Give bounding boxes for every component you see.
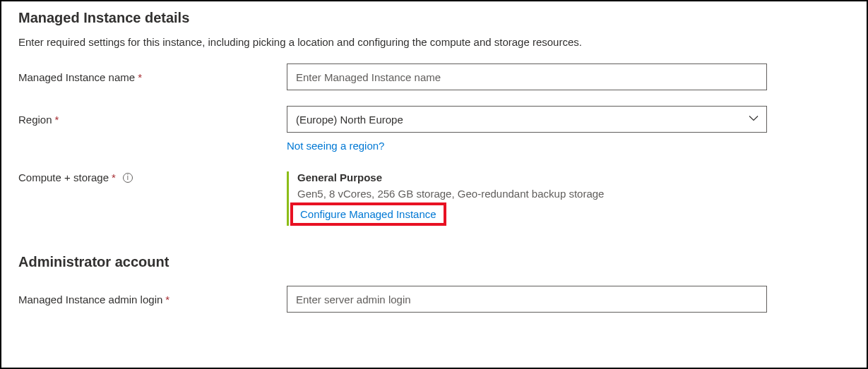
region-select[interactable]: (Europe) North Europe xyxy=(287,106,767,133)
compute-control: General Purpose Gen5, 8 vCores, 256 GB s… xyxy=(287,171,767,226)
instance-name-control xyxy=(287,63,767,90)
admin-login-label-text: Managed Instance admin login xyxy=(18,294,162,306)
section-description: Enter required settings for this instanc… xyxy=(18,36,850,48)
region-control: (Europe) North Europe xyxy=(287,106,767,133)
admin-login-control xyxy=(287,286,767,313)
admin-login-label: Managed Instance admin login * xyxy=(18,294,287,306)
region-help-row: Not seeing a region? xyxy=(287,140,850,152)
region-selected-value: (Europe) North Europe xyxy=(296,114,403,126)
form-container: Managed Instance details Enter required … xyxy=(0,0,868,369)
compute-card: General Purpose Gen5, 8 vCores, 256 GB s… xyxy=(287,171,767,226)
compute-label: Compute + storage * i xyxy=(18,171,287,183)
required-asterisk: * xyxy=(165,294,170,306)
compute-tier: General Purpose xyxy=(297,171,767,183)
required-asterisk: * xyxy=(112,171,116,183)
section-title: Managed Instance details xyxy=(18,10,850,26)
instance-name-input[interactable] xyxy=(287,63,767,90)
region-label: Region * xyxy=(18,114,287,126)
required-asterisk: * xyxy=(138,71,142,83)
admin-login-input[interactable] xyxy=(287,286,767,313)
instance-name-label: Managed Instance name * xyxy=(18,71,287,83)
compute-details: Gen5, 8 vCores, 256 GB storage, Geo-redu… xyxy=(297,188,767,200)
instance-name-label-text: Managed Instance name xyxy=(18,71,135,83)
region-row: Region * (Europe) North Europe xyxy=(18,106,850,133)
region-help-link[interactable]: Not seeing a region? xyxy=(287,140,384,152)
admin-section-title: Administrator account xyxy=(18,254,850,270)
info-icon[interactable]: i xyxy=(123,173,133,183)
region-select-wrapper: (Europe) North Europe xyxy=(287,106,767,133)
instance-name-row: Managed Instance name * xyxy=(18,63,850,90)
configure-managed-instance-link[interactable]: Configure Managed Instance xyxy=(300,208,436,220)
compute-label-text: Compute + storage xyxy=(18,171,109,183)
required-asterisk: * xyxy=(55,114,59,126)
configure-highlight-box: Configure Managed Instance xyxy=(290,202,446,226)
region-label-text: Region xyxy=(18,114,52,126)
admin-login-row: Managed Instance admin login * xyxy=(18,286,850,313)
compute-row: Compute + storage * i General Purpose Ge… xyxy=(18,171,850,226)
